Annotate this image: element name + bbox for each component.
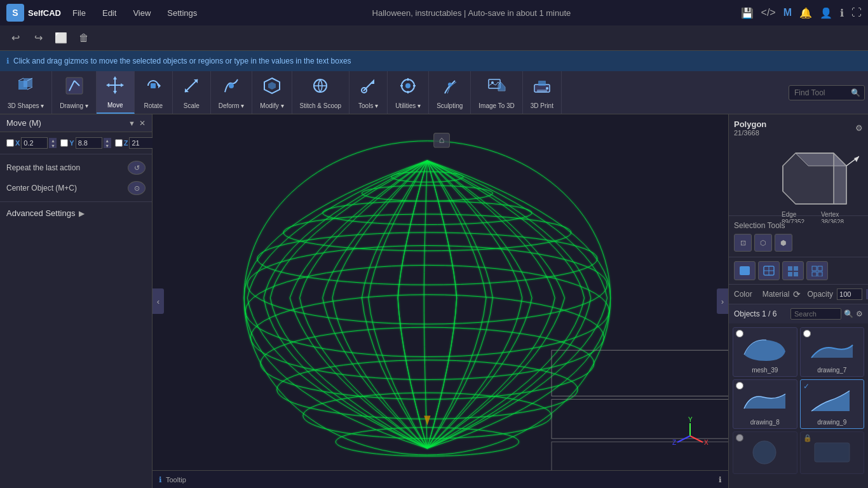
find-tool-icon[interactable]: 🔍	[851, 88, 860, 97]
tool-image-to-3d[interactable]: Image To 3D	[471, 71, 523, 114]
bell-icon[interactable]: 🔔	[799, 7, 812, 19]
tool-drawing[interactable]: Drawing ▾	[52, 71, 96, 114]
tool-deform-label: Deform ▾	[219, 102, 245, 109]
center-object-button[interactable]: ⊙	[128, 181, 146, 195]
object-radio-drawing7[interactable]	[803, 330, 811, 337]
display-wireframe-button[interactable]	[758, 261, 780, 280]
y-coord-checkbox[interactable]	[60, 139, 68, 147]
menu-settings[interactable]: Settings	[162, 6, 202, 20]
x-spin-down[interactable]: ▼	[49, 143, 57, 148]
tool-sculpting[interactable]: Sculpting	[429, 71, 471, 114]
x-coord-checkbox[interactable]	[6, 139, 14, 147]
display-grid-button[interactable]	[782, 261, 804, 280]
object-card-extra2[interactable]: 🔒	[800, 431, 865, 474]
object-card-extra1[interactable]	[733, 431, 797, 474]
user-icon[interactable]: 👤	[820, 7, 832, 19]
svg-rect-85	[818, 266, 822, 271]
y-spin-down[interactable]: ▼	[104, 143, 111, 148]
bottom-bar: ℹ Tooltip ℹ	[153, 470, 728, 488]
display-solid-button[interactable]	[734, 261, 756, 280]
tool-tools[interactable]: Tools ▾	[349, 71, 388, 114]
sel-btn-1[interactable]: ⊡	[734, 234, 752, 252]
bottom-info-icon[interactable]: ℹ	[719, 475, 722, 484]
panel-close-button[interactable]: ✕	[139, 119, 146, 128]
tool-stitch-scoop[interactable]: Stitch & Scoop	[292, 71, 350, 114]
z-coord-checkbox[interactable]	[115, 139, 123, 147]
tool-3d-shapes[interactable]: 3D Shapes ▾	[0, 71, 52, 114]
opacity-input[interactable]	[837, 288, 862, 300]
save-icon[interactable]: 💾	[741, 7, 754, 19]
y-coord-field[interactable]	[76, 137, 102, 149]
sculpting-icon	[440, 76, 460, 100]
objects-gear-button[interactable]: ⚙	[856, 309, 863, 318]
info-icon[interactable]: ℹ	[840, 7, 844, 19]
svg-rect-81	[794, 266, 798, 271]
svg-text:89/7352: 89/7352	[782, 219, 805, 223]
material-icon[interactable]: ⟳	[793, 289, 801, 299]
share-icon[interactable]: </>	[761, 7, 776, 18]
x-coord-field[interactable]	[21, 137, 48, 149]
menu-view[interactable]: View	[128, 6, 156, 20]
tool-modify-label: Modify ▾	[260, 102, 283, 109]
tool-modify[interactable]: Modify ▾	[252, 71, 292, 114]
object-check-drawing9: ✓	[803, 382, 810, 391]
objects-search-icon[interactable]: 🔍	[844, 309, 853, 318]
collapse-left-button[interactable]: ‹	[153, 288, 164, 314]
objects-grid: mesh_39 drawing_7	[729, 323, 868, 478]
svg-rect-87	[818, 272, 822, 276]
svg-marker-71	[854, 156, 859, 162]
tool-scale[interactable]: Scale	[173, 71, 211, 114]
tool-image-to-3d-label: Image To 3D	[478, 102, 515, 109]
svg-rect-84	[812, 266, 817, 271]
sel-btn-2[interactable]: ⬡	[754, 234, 772, 252]
undo-button[interactable]: ↩	[5, 28, 25, 48]
document-info: Halloween, instructables | Auto-save in …	[208, 8, 734, 18]
copy-button[interactable]: ⬜	[51, 28, 71, 48]
tool-3d-print-label: 3D Print	[531, 102, 553, 109]
object-card-mesh39[interactable]: mesh_39	[733, 327, 797, 377]
tool-rotate[interactable]: Rotate	[135, 71, 173, 114]
viewport-gear-button[interactable]: ⚙	[855, 123, 863, 133]
viewport-type: Polygon	[734, 119, 766, 129]
x-spin-up[interactable]: ▲	[49, 138, 57, 143]
advanced-settings-row[interactable]: Advanced Settings ▶	[0, 202, 152, 224]
object-card-drawing7[interactable]: drawing_7	[800, 327, 865, 377]
deform-icon	[221, 76, 241, 100]
panel-dropdown-arrow[interactable]: ▼	[128, 119, 135, 127]
svg-point-26	[405, 83, 410, 88]
advanced-settings-label: Advanced Settings	[6, 208, 75, 218]
redo-button[interactable]: ↪	[28, 28, 48, 48]
svg-text:Y: Y	[688, 417, 693, 423]
object-radio-mesh39[interactable]	[736, 330, 743, 337]
object-radio-drawing8[interactable]	[736, 382, 743, 390]
app-name: SelfCAD	[28, 8, 61, 18]
menu-file[interactable]: File	[67, 6, 91, 20]
menu-edit[interactable]: Edit	[97, 6, 121, 20]
repeat-action-button[interactable]: ↺	[128, 161, 146, 175]
center-object-item: Center Object (M+C) ⊙	[6, 181, 146, 195]
object-card-drawing9[interactable]: ✓ drawing_9	[800, 379, 865, 429]
y-spin-up[interactable]: ▲	[104, 138, 111, 143]
object-radio-extra1[interactable]	[736, 434, 743, 442]
sel-btn-3[interactable]: ⬢	[775, 234, 792, 252]
fullscreen-icon[interactable]: ⛶	[851, 7, 862, 18]
svg-text:X: X	[704, 439, 709, 446]
tool-rotate-label: Rotate	[144, 102, 163, 109]
delete-button[interactable]: 🗑	[74, 28, 94, 48]
tool-deform[interactable]: Deform ▾	[211, 71, 253, 114]
collapse-right-button[interactable]: ›	[717, 288, 728, 314]
svg-rect-36	[537, 90, 547, 92]
tool-move[interactable]: Move	[97, 71, 135, 114]
svg-rect-82	[788, 272, 792, 276]
display-shaded-button[interactable]	[806, 261, 828, 280]
canvas-area[interactable]: ‹	[153, 114, 728, 488]
tool-3d-print[interactable]: 3D Print	[523, 71, 562, 114]
tool-tools-label: Tools ▾	[358, 102, 378, 109]
object-card-drawing8[interactable]: drawing_8	[733, 379, 797, 429]
tool-utilities[interactable]: Utilities ▾	[388, 71, 429, 114]
object-label-drawing9: drawing_9	[817, 419, 846, 426]
m-icon[interactable]: M	[783, 7, 792, 18]
svg-rect-1	[24, 78, 32, 87]
coords-row: X ▲ ▼ Y ▲ ▼ Z ▲	[0, 132, 152, 154]
objects-search-input[interactable]	[790, 308, 841, 320]
